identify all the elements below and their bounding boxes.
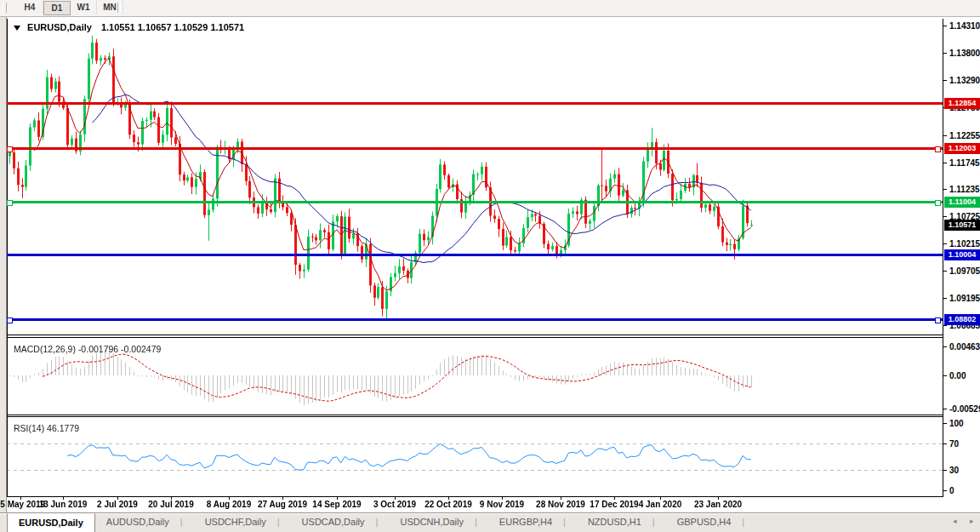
macd-indicator-label: MACD(12,26,9) -0.001796 -0.002479 [14, 344, 161, 354]
tab-eurgbp-h4[interactable]: EURGBP,H4| [488, 513, 577, 532]
tab-scroll-right-icon[interactable]: ▸ [970, 517, 974, 525]
price-axis-label: 1.12255 [949, 130, 980, 140]
macd-axis-tick [943, 346, 947, 347]
price-axis-tick [943, 216, 947, 217]
price-axis-label: 1.10215 [949, 239, 980, 249]
rsi-axis-label: 0 [949, 486, 954, 495]
price-axis-tick [943, 325, 947, 326]
price-axis-tick [943, 243, 947, 244]
tab-gbpusd-h4[interactable]: GBPUSD,H4| [666, 513, 755, 532]
hline-handle-right-1.08802[interactable] [935, 317, 941, 323]
chart-window: EURUSD,Daily 1.10551 1.10657 1.10529 1.1… [0, 17, 980, 512]
rsi-axis-label: 30 [949, 466, 959, 475]
rsi-axis-tick [943, 470, 947, 471]
price-axis-tick [943, 163, 947, 163]
time-axis-label: 9 Nov 2019 [480, 500, 524, 509]
price-axis-tick [943, 135, 947, 136]
time-axis-label: 14 Sep 2019 [312, 500, 361, 509]
chart-tab-bar: EURUSD,DailyAUDUSD,Daily|USDCHF,Daily|US… [0, 512, 980, 532]
tab-eurusd-daily[interactable]: EURUSD,Daily [7, 513, 95, 532]
time-axis-label: 2 Jul 2019 [97, 500, 138, 509]
chart-symbol-period: EURUSD,Daily [27, 22, 92, 32]
toolbar-drag-handle[interactable] [3, 3, 7, 13]
price-axis-tick [943, 26, 947, 26]
hline-handle-left-1.11004[interactable] [7, 200, 13, 206]
price-axis-label: 1.09195 [949, 294, 980, 303]
price-axis-label: 1.14310 [949, 21, 980, 31]
macd-axis-label: 0.00463 [949, 342, 980, 352]
time-axis-label: 3 Oct 2019 [373, 500, 416, 509]
price-axis-tick [943, 271, 947, 272]
timeframe-toolbar: H4D1W1MN [0, 0, 980, 17]
price-badge-1.08802: 1.08802 [944, 314, 980, 325]
hline-1.12854[interactable] [7, 102, 943, 105]
time-axis-label: 20 Jul 2019 [148, 500, 193, 509]
hline-handle-right-1.11004[interactable] [935, 200, 941, 206]
rsi-axis-tick [943, 490, 947, 491]
price-badge-1.12854: 1.12854 [944, 98, 980, 109]
time-axis-label: 8 Aug 2019 [207, 500, 251, 509]
panel-splitter[interactable] [7, 415, 980, 415]
tab-usdcnh-daily[interactable]: USDCNH,Daily| [389, 513, 487, 532]
tab-audusd-daily[interactable]: AUDUSD,Daily| [95, 513, 194, 532]
price-axis-label: 1.11235 [949, 185, 980, 194]
tab-usdchf-daily[interactable]: USDCHF,Daily| [194, 513, 291, 532]
hline-1.08802[interactable] [7, 318, 943, 321]
macd-axis-label: 0.00 [949, 371, 966, 380]
rsi-axis-label: 100 [949, 419, 964, 428]
hline-handle-left-1.08802[interactable] [7, 317, 13, 323]
price-axis-label: 1.11745 [949, 157, 980, 167]
price-badge-1.10004: 1.10004 [944, 249, 980, 260]
tab-nzdusd-h1[interactable]: NZDUSD,H1| [577, 513, 666, 532]
rsi-panel-canvas[interactable] [7, 417, 943, 496]
chart-left-edge [0, 17, 7, 512]
toolbar-separator [117, 3, 121, 13]
time-axis-label: 28 Nov 2019 [536, 500, 585, 509]
price-axis-label: 1.13800 [949, 48, 980, 57]
time-axis-label: 4 Jan 2020 [639, 500, 682, 509]
trading-platform-window: H4D1W1MN EURUSD,Daily 1.10551 1.10657 1.… [0, 0, 980, 532]
panel-splitter[interactable] [7, 337, 980, 338]
price-badge-1.11004: 1.11004 [944, 197, 980, 208]
timeframe-button-d1[interactable]: D1 [43, 1, 71, 15]
price-axis-label: 1.13290 [949, 75, 980, 84]
timeframe-buttons: H4D1W1MN [17, 0, 123, 16]
hline-1.11004[interactable] [7, 201, 943, 203]
timeframe-button-h4[interactable]: H4 [17, 0, 43, 14]
price-axis-tick [943, 298, 947, 299]
time-axis-label: 23 Jan 2020 [694, 500, 742, 509]
rsi-indicator-label: RSI(14) 46.1779 [14, 423, 79, 433]
price-axis-tick [943, 53, 947, 54]
hline-1.12003[interactable] [7, 147, 943, 150]
price-axis-tick [943, 80, 947, 81]
current-price-badge: 1.10571 [944, 220, 980, 231]
symbol-dropdown-icon [14, 26, 20, 31]
hline-1.10004[interactable] [7, 254, 943, 256]
tab-scroll-left-icon[interactable]: ◂ [953, 517, 957, 525]
macd-axis-tick [943, 409, 947, 409]
macd-axis-label: -0.00529 [949, 403, 980, 413]
macd-axis-tick [943, 375, 947, 376]
rsi-axis-tick [943, 423, 947, 424]
price-badge-1.12003: 1.12003 [944, 143, 980, 154]
candlestick-chart-canvas[interactable] [7, 19, 943, 335]
plot-left-border [7, 19, 8, 512]
price-axis-label: 1.09705 [949, 266, 980, 276]
price-axis[interactable]: 1.143101.138001.132901.127801.122551.117… [943, 17, 980, 512]
time-axis-label: 22 Oct 2019 [424, 500, 472, 509]
timeframe-button-w1[interactable]: W1 [71, 0, 97, 14]
panel-splitter[interactable] [7, 335, 980, 335]
time-axis[interactable]: 25 May 201913 Jun 20192 Jul 201920 Jul 2… [7, 497, 980, 512]
time-axis-label: 13 Jun 2019 [39, 500, 88, 509]
chart-title: EURUSD,Daily 1.10551 1.10657 1.10529 1.1… [14, 22, 244, 32]
panel-splitter[interactable] [7, 416, 980, 417]
chart-ohlc-values: 1.10551 1.10657 1.10529 1.10571 [101, 22, 244, 32]
time-axis-label: 17 Dec 2019 [590, 500, 638, 509]
rsi-axis-tick [943, 443, 947, 444]
price-axis-tick [943, 189, 947, 190]
tab-usdcad-daily[interactable]: USDCAD,Daily| [291, 513, 390, 532]
rsi-axis-label: 70 [949, 438, 959, 448]
time-axis-label: 27 Aug 2019 [258, 500, 307, 509]
hline-handle-left-1.12003[interactable] [7, 146, 13, 152]
hline-handle-right-1.12003[interactable] [935, 146, 941, 152]
